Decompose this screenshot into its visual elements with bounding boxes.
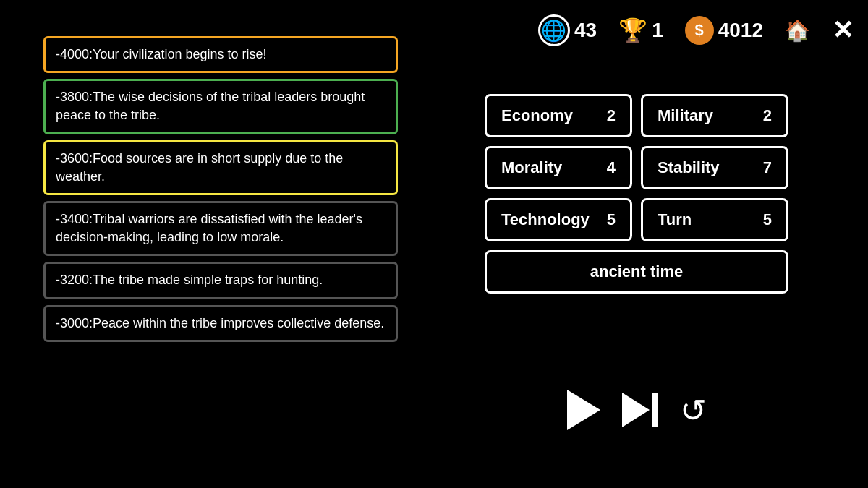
close-button[interactable]: ✕: [832, 15, 854, 46]
header: 🌐 43 🏆 1 $ 4012 🏠 ✕: [538, 14, 854, 46]
skip-icon: [622, 393, 658, 427]
stat-label-economy: Economy: [501, 106, 573, 125]
stat-label-technology: Technology: [501, 210, 590, 229]
globe-icon: 🌐: [538, 14, 570, 46]
event-item-6: -3000:Peace within the tribe improves co…: [43, 305, 398, 342]
event-item-4: -3400:Tribal warriors are dissatisfied w…: [43, 201, 398, 256]
event-item-5: -3200:The tribe made simple traps for hu…: [43, 262, 398, 299]
trophy-counter: 🏆 1: [618, 17, 663, 44]
stats-grid: Economy2Military2Morality4Stability7Tech…: [485, 94, 788, 294]
home-icon: 🏠: [785, 19, 810, 43]
trophy-icon: 🏆: [618, 17, 647, 44]
play-button[interactable]: [567, 390, 600, 430]
coin-value: 4012: [718, 19, 763, 42]
refresh-icon: ↻: [680, 392, 707, 429]
home-button[interactable]: 🏠: [785, 19, 810, 43]
stat-label-stability: Stability: [658, 158, 720, 177]
stat-label-turn: Turn: [658, 210, 692, 229]
close-icon: ✕: [832, 15, 854, 46]
stat-value-morality: 4: [607, 158, 616, 177]
play-icon: [567, 390, 600, 430]
era-box: ancient time: [485, 250, 788, 294]
refresh-button[interactable]: ↻: [680, 392, 707, 429]
skip-button[interactable]: [622, 393, 658, 427]
stat-label-military: Military: [658, 106, 713, 125]
stat-box-technology: Technology5: [485, 198, 632, 241]
era-label: ancient time: [590, 262, 683, 281]
trophy-value: 1: [652, 19, 663, 42]
playback-controls: ↻: [485, 390, 788, 430]
coin-icon: $: [685, 16, 714, 45]
stat-value-stability: 7: [763, 158, 772, 177]
stat-box-economy: Economy2: [485, 94, 632, 137]
stat-value-military: 2: [763, 106, 772, 125]
stat-label-morality: Morality: [501, 158, 562, 177]
stat-box-morality: Morality4: [485, 146, 632, 189]
stat-box-military: Military2: [641, 94, 788, 137]
stat-value-technology: 5: [607, 210, 616, 229]
event-item-1: -4000:Your civilization begins to rise!: [43, 36, 398, 73]
globe-value: 43: [574, 19, 597, 42]
stat-value-economy: 2: [607, 106, 616, 125]
stat-box-turn: Turn5: [641, 198, 788, 241]
globe-counter: 🌐 43: [538, 14, 597, 46]
coin-counter: $ 4012: [685, 16, 763, 45]
event-item-3: -3600:Food sources are in short supply d…: [43, 140, 398, 195]
stat-value-turn: 5: [763, 210, 772, 229]
event-log: -4000:Your civilization begins to rise!-…: [43, 36, 398, 342]
stat-box-stability: Stability7: [641, 146, 788, 189]
event-item-2: -3800:The wise decisions of the tribal l…: [43, 79, 398, 134]
